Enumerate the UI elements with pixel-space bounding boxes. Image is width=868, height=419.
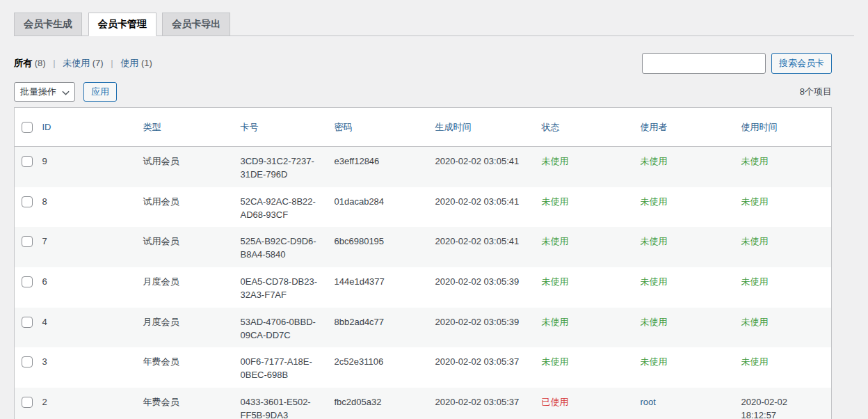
cell-user: 未使用 bbox=[641, 276, 668, 287]
column-header-id: ID bbox=[42, 108, 143, 147]
cell-id: 2 bbox=[42, 397, 47, 407]
cell-user: 未使用 bbox=[641, 317, 668, 327]
row-checkbox[interactable] bbox=[22, 397, 33, 408]
cell-status: 已使用 bbox=[542, 397, 569, 407]
row-checkbox[interactable] bbox=[22, 356, 33, 367]
table-row: 4月度会员53AD-4706-0BBD-09CA-DD7C8bb2ad4c772… bbox=[15, 308, 832, 348]
table-row: 7试用会员525A-B92C-D9D6-B8A4-58406bc69801952… bbox=[15, 227, 832, 267]
cell-status: 未使用 bbox=[542, 276, 569, 287]
bulk-actions-row: 批量操作 应用 8个项目 bbox=[14, 82, 832, 102]
row-checkbox[interactable] bbox=[22, 276, 33, 287]
cell-type: 试用会员 bbox=[143, 196, 179, 207]
cell-card-number: 0EA5-CD78-DB23-32A3-F7AF bbox=[241, 276, 318, 300]
cell-card-number: 0433-3601-E502-FF5B-9DA3 bbox=[241, 397, 311, 419]
filter-all-count: (8) bbox=[35, 58, 46, 68]
filter-unused-link[interactable]: 未使用 bbox=[63, 58, 90, 68]
table-row: 9试用会员3CD9-31C2-7237-31DE-796De3eff128462… bbox=[15, 147, 832, 187]
cell-user: 未使用 bbox=[641, 156, 668, 166]
search-box: 搜索会员卡 bbox=[642, 53, 832, 74]
filter-all-link[interactable]: 所有 bbox=[14, 58, 32, 68]
cell-card-number: 52CA-92AC-8B22-AD68-93CF bbox=[241, 196, 316, 220]
cell-used-time: 2020-02-02 18:12:57 bbox=[741, 397, 788, 419]
select-all-checkbox[interactable] bbox=[22, 122, 33, 133]
chevron-down-icon bbox=[62, 89, 70, 97]
column-header-used-time: 使用时间 bbox=[741, 108, 832, 147]
cell-created-time: 2020-02-02 03:05:39 bbox=[435, 276, 520, 287]
column-header-status-link[interactable]: 状态 bbox=[542, 122, 560, 132]
column-header-used-time-link[interactable]: 使用时间 bbox=[741, 122, 778, 132]
cell-used-time: 未使用 bbox=[741, 156, 769, 166]
table-row: 3年费会员00F6-7177-A18E-0BEC-698B2c52e311062… bbox=[15, 347, 832, 388]
cell-created-time: 2020-02-02 03:05:37 bbox=[435, 397, 520, 407]
search-input[interactable] bbox=[642, 53, 766, 74]
cell-type: 月度会员 bbox=[143, 317, 179, 327]
cell-password: 2c52e31106 bbox=[335, 356, 384, 367]
cell-type: 试用会员 bbox=[143, 156, 179, 166]
column-header-status: 状态 bbox=[542, 108, 641, 147]
filter-used: 使用 (1) bbox=[120, 58, 152, 68]
bulk-action-select[interactable]: 批量操作 bbox=[14, 82, 75, 102]
cell-password: 01dacab284 bbox=[335, 196, 385, 207]
cell-used-time: 未使用 bbox=[741, 196, 769, 207]
cell-card-number: 00F6-7177-A18E-0BEC-698B bbox=[241, 356, 312, 380]
tab-export[interactable]: 会员卡导出 bbox=[162, 13, 230, 35]
column-header-created-link[interactable]: 生成时间 bbox=[435, 122, 472, 132]
column-header-user-link[interactable]: 使用者 bbox=[641, 122, 668, 132]
search-button[interactable]: 搜索会员卡 bbox=[771, 53, 832, 74]
cell-status: 未使用 bbox=[542, 196, 569, 207]
cell-used-time: 未使用 bbox=[741, 276, 769, 287]
cell-id: 9 bbox=[42, 156, 47, 166]
table-row: 6月度会员0EA5-CD78-DB23-32A3-F7AF144e1d43772… bbox=[15, 267, 832, 308]
cell-card-number: 53AD-4706-0BBD-09CA-DD7C bbox=[241, 317, 316, 340]
column-header-type: 类型 bbox=[143, 108, 241, 147]
filter-unused: 未使用 (7) | bbox=[63, 58, 120, 68]
cell-used-time: 未使用 bbox=[741, 317, 769, 327]
filter-used-link[interactable]: 使用 bbox=[120, 58, 138, 68]
cell-id: 7 bbox=[42, 236, 47, 246]
bulk-action-selected-label: 批量操作 bbox=[20, 86, 56, 98]
filter-search-row: 所有 (8) | 未使用 (7) | 使用 (1) 搜索会员卡 bbox=[14, 53, 832, 74]
cell-user[interactable]: root bbox=[641, 397, 656, 407]
cell-password: 6bc6980195 bbox=[335, 236, 385, 246]
table-row: 8试用会员52CA-92AC-8B22-AD68-93CF01dacab2842… bbox=[15, 187, 832, 228]
cell-status: 未使用 bbox=[542, 356, 569, 367]
cell-status: 未使用 bbox=[542, 317, 569, 327]
row-checkbox[interactable] bbox=[22, 317, 33, 328]
column-header-password-link[interactable]: 密码 bbox=[335, 122, 353, 132]
apply-button[interactable]: 应用 bbox=[83, 82, 117, 102]
table-header-row: ID 类型 卡号 密码 生成时间 状态 使用者 使用时间 bbox=[15, 108, 832, 147]
row-checkbox[interactable] bbox=[22, 156, 33, 167]
item-count: 8个项目 bbox=[800, 86, 832, 98]
cell-card-number: 3CD9-31C2-7237-31DE-796D bbox=[241, 156, 314, 180]
cell-used-time: 未使用 bbox=[741, 236, 769, 246]
cell-user: 未使用 bbox=[641, 196, 668, 207]
cell-user: 未使用 bbox=[641, 236, 668, 246]
filter-separator: | bbox=[53, 58, 55, 68]
filter-all: 所有 (8) | bbox=[14, 58, 63, 68]
column-header-type-link[interactable]: 类型 bbox=[143, 122, 161, 132]
cell-created-time: 2020-02-02 03:05:37 bbox=[435, 356, 520, 367]
column-header-user: 使用者 bbox=[641, 108, 741, 147]
cell-created-time: 2020-02-02 03:05:41 bbox=[435, 236, 520, 246]
column-header-password: 密码 bbox=[335, 108, 435, 147]
cell-id: 3 bbox=[42, 356, 47, 367]
cell-status: 未使用 bbox=[542, 156, 569, 166]
cell-password: 144e1d4377 bbox=[335, 276, 385, 287]
column-header-card-link[interactable]: 卡号 bbox=[241, 122, 259, 132]
filter-used-count: (1) bbox=[141, 58, 152, 68]
cell-created-time: 2020-02-02 03:05:41 bbox=[435, 156, 520, 166]
cell-type: 年费会员 bbox=[143, 356, 179, 367]
cell-type: 月度会员 bbox=[143, 276, 179, 287]
tab-manage[interactable]: 会员卡管理 bbox=[88, 13, 156, 36]
cell-used-time: 未使用 bbox=[741, 356, 769, 367]
tab-generate[interactable]: 会员卡生成 bbox=[14, 13, 82, 35]
row-checkbox[interactable] bbox=[22, 236, 33, 247]
member-card-admin-page: 会员卡生成 会员卡管理 会员卡导出 所有 (8) | 未使用 (7) | 使用 … bbox=[14, 0, 854, 419]
column-header-card: 卡号 bbox=[241, 108, 335, 147]
cell-id: 8 bbox=[42, 196, 47, 207]
cell-type: 试用会员 bbox=[143, 236, 179, 246]
cell-created-time: 2020-02-02 03:05:41 bbox=[435, 196, 520, 207]
cell-password: 8bb2ad4c77 bbox=[335, 317, 385, 327]
column-header-id-link[interactable]: ID bbox=[42, 122, 51, 132]
row-checkbox[interactable] bbox=[22, 196, 33, 207]
